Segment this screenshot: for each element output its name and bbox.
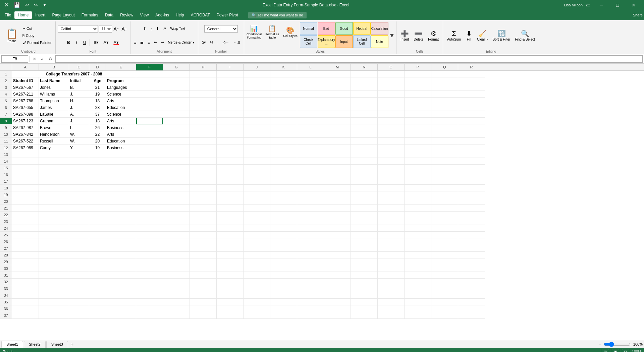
menu-power-pivot[interactable]: Power Pivot [213,11,241,19]
autosum-button[interactable]: Σ AutoSum [445,27,463,44]
row-num-20[interactable]: 20 [0,198,12,205]
cell-i2[interactable] [217,77,244,84]
cell-o8[interactable] [378,118,405,124]
cell-h31[interactable] [190,272,217,279]
cell-m21[interactable] [324,205,351,212]
cell-f31[interactable] [136,272,163,279]
customize-quick-btn[interactable]: ▼ [41,3,48,7]
cell-d3[interactable]: 21 [89,84,106,91]
font-size-dropdown[interactable]: 11 [99,25,112,33]
cell-m18[interactable] [324,185,351,191]
cell-a25[interactable] [12,232,39,238]
cell-b37[interactable] [39,312,69,319]
cell-r3[interactable] [458,84,485,91]
cell-l19[interactable] [297,191,324,198]
cell-f30[interactable] [136,265,163,272]
cell-o33[interactable] [378,285,405,292]
decrease-font-button[interactable]: A↓ [121,25,128,33]
cell-k25[interactable] [270,232,297,238]
style-check-cell-button[interactable]: Check Cell [300,35,317,48]
cell-r16[interactable] [458,171,485,178]
cell-q9[interactable] [431,124,458,131]
cell-g25[interactable] [163,232,190,238]
cell-a1[interactable]: College Transfers 2007 - 2008 [12,71,136,77]
cell-m3[interactable] [324,84,351,91]
cell-g10[interactable] [163,131,190,138]
cell-d26[interactable] [89,238,106,245]
cell-f28[interactable] [136,252,163,258]
cell-e6[interactable]: Education [106,104,136,111]
cell-n17[interactable] [351,178,378,185]
cell-c8[interactable]: J. [69,118,89,124]
cell-i34[interactable] [217,292,244,299]
cell-f18[interactable] [136,185,163,191]
cell-j31[interactable] [244,272,270,279]
menu-data[interactable]: Data [102,11,117,19]
cell-q7[interactable] [431,111,458,118]
style-neutral-button[interactable]: Neutral [353,22,371,35]
cell-o5[interactable] [378,98,405,104]
cell-j19[interactable] [244,191,270,198]
cell-b30[interactable] [39,265,69,272]
cell-l14[interactable] [297,158,324,165]
cell-o3[interactable] [378,84,405,91]
cell-c28[interactable] [69,252,89,258]
cell-j14[interactable] [244,158,270,165]
cell-b13[interactable] [39,151,69,158]
cell-o20[interactable] [378,198,405,205]
cell-o28[interactable] [378,252,405,258]
cell-m10[interactable] [324,131,351,138]
cell-r20[interactable] [458,198,485,205]
cell-d32[interactable] [89,279,106,285]
underline-button[interactable]: U [81,39,88,46]
cell-d28[interactable] [89,252,106,258]
row-num-15[interactable]: 15 [0,165,12,171]
cell-a26[interactable] [12,238,39,245]
cell-b3[interactable]: Jones [39,84,69,91]
cell-m13[interactable] [324,151,351,158]
cell-b32[interactable] [39,279,69,285]
cell-h12[interactable] [190,144,217,151]
cell-p17[interactable] [405,178,431,185]
cell-p23[interactable] [405,218,431,225]
cell-g12[interactable] [163,144,190,151]
cell-q19[interactable] [431,191,458,198]
cell-d24[interactable] [89,225,106,232]
cell-o12[interactable] [378,144,405,151]
fill-color-button[interactable]: A▾ [101,39,111,46]
cell-c27[interactable] [69,245,89,252]
cell-d19[interactable] [89,191,106,198]
paste-button[interactable]: 📋 Paste [3,26,20,45]
cell-r28[interactable] [458,252,485,258]
cell-c10[interactable]: W. [69,131,89,138]
cell-o27[interactable] [378,245,405,252]
cell-c26[interactable] [69,238,89,245]
cell-h16[interactable] [190,171,217,178]
cell-a12[interactable]: SA267-989 [12,144,39,151]
cell-i4[interactable] [217,91,244,98]
cell-g22[interactable] [163,212,190,218]
ribbon-display-btn[interactable]: ▭ [586,2,590,8]
number-format-dropdown[interactable]: General [204,25,238,33]
cell-k26[interactable] [270,238,297,245]
cell-g36[interactable] [163,305,190,312]
cell-a22[interactable] [12,212,39,218]
cell-f34[interactable] [136,292,163,299]
cell-r14[interactable] [458,158,485,165]
decrease-decimal-button[interactable]: ←.0 [231,39,241,46]
cell-b16[interactable] [39,171,69,178]
cell-a3[interactable]: SA267-567 [12,84,39,91]
cell-c36[interactable] [69,305,89,312]
row-num-36[interactable]: 36 [0,305,12,312]
page-break-view-button[interactable]: ⊟ [622,349,629,352]
cell-e15[interactable] [106,165,136,171]
cell-h26[interactable] [190,238,217,245]
menu-review[interactable]: Review [117,11,137,19]
fill-button[interactable]: ⬇ Fill [464,27,474,44]
cell-i7[interactable] [217,111,244,118]
cell-h21[interactable] [190,205,217,212]
cell-g8[interactable] [163,118,190,124]
cell-r12[interactable] [458,144,485,151]
cell-p21[interactable] [405,205,431,212]
cell-d22[interactable] [89,212,106,218]
